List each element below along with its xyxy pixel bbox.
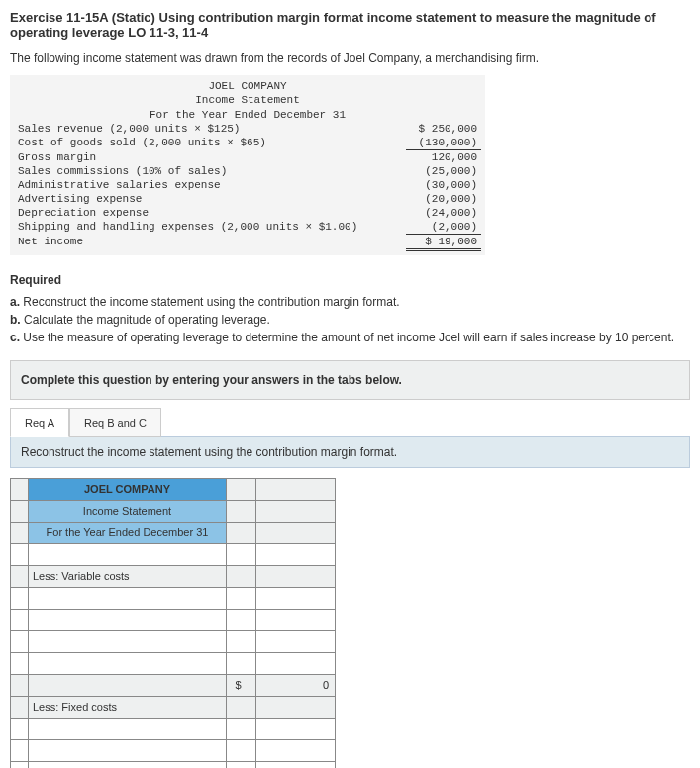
input-cell[interactable] [227,609,256,630]
ans-name: Income Statement [29,500,227,522]
row-label: Gross margin [14,149,406,164]
input-cell[interactable] [29,587,227,609]
less-fixed-label: Less: Fixed costs [29,696,227,718]
required-list: a. Reconstruct the income statement usin… [10,293,690,346]
input-cell[interactable] [29,761,227,768]
input-cell[interactable] [256,609,336,630]
input-cell[interactable] [227,652,256,674]
income-statement-table: Sales revenue (2,000 units × $125)$ 250,… [14,122,481,251]
required-heading: Required [10,273,690,287]
dropdown-cell[interactable] [11,739,29,761]
input-cell[interactable] [227,761,256,768]
row-val: (20,000) [406,192,481,206]
input-cell[interactable] [29,652,227,674]
row-label: Sales revenue (2,000 units × $125) [14,122,406,136]
tab-description: Reconstruct the income statement using t… [10,436,690,468]
row-val: 120,000 [406,149,481,164]
input-cell[interactable] [29,718,227,739]
tab-req-bc[interactable]: Req B and C [69,408,161,437]
input-cell[interactable] [256,739,336,761]
input-cell[interactable] [29,630,227,652]
answer-table: JOEL COMPANY Income Statement For the Ye… [10,478,336,768]
input-cell[interactable] [29,543,227,565]
input-cell[interactable] [227,587,256,609]
dropdown-cell[interactable] [11,630,29,652]
input-cell[interactable] [256,587,336,609]
dropdown-cell[interactable] [11,652,29,674]
income-statement-block: JOEL COMPANY Income Statement For the Ye… [10,75,485,255]
row-label: Advertising expense [14,192,406,206]
row-val: (30,000) [406,178,481,192]
req-a: Reconstruct the income statement using t… [23,295,399,309]
input-cell[interactable] [29,609,227,630]
dropdown-cell[interactable] [11,609,29,630]
instruction-box: Complete this question by entering your … [10,360,690,400]
dropdown-cell[interactable] [11,543,29,565]
dropdown-cell[interactable] [11,761,29,768]
input-cell[interactable] [256,718,336,739]
req-c: Use the measure of operating leverage to… [23,331,674,344]
dropdown-cell[interactable] [11,587,29,609]
row-label: Depreciation expense [14,206,406,220]
row-val: $ 19,000 [406,234,481,249]
req-b: Calculate the magnitude of operating lev… [24,313,270,327]
input-cell[interactable] [29,739,227,761]
row-val: (24,000) [406,206,481,220]
dropdown-cell[interactable] [11,718,29,739]
row-label: Sales commissions (10% of sales) [14,164,406,178]
row-val: (130,000) [406,136,481,150]
exercise-title: Exercise 11-15A (Static) Using contribut… [10,10,690,40]
input-cell[interactable] [227,739,256,761]
tab-bar: Req A Req B and C [10,408,690,437]
input-cell[interactable] [256,761,336,768]
row-val: $ 250,000 [406,122,481,136]
row-label: Shipping and handling expenses (2,000 un… [14,220,406,235]
input-cell[interactable] [256,543,336,565]
ans-company: JOEL COMPANY [29,478,227,500]
input-cell[interactable] [227,718,256,739]
input-cell[interactable] [256,652,336,674]
stmt-period: For the Year Ended December 31 [14,108,481,122]
ans-period: For the Year Ended December 31 [29,522,227,543]
tab-req-a[interactable]: Req A [10,408,69,437]
subtotal-label[interactable] [29,674,227,696]
intro-text: The following income statement was drawn… [10,51,690,65]
input-cell[interactable] [256,630,336,652]
input-cell[interactable] [227,630,256,652]
stmt-company: JOEL COMPANY [14,79,481,93]
input-cell[interactable] [227,543,256,565]
row-val: (2,000) [406,220,481,235]
stmt-name: Income Statement [14,93,481,107]
currency-symbol: $ [227,674,256,696]
row-val: (25,000) [406,164,481,178]
row-label: Cost of goods sold (2,000 units × $65) [14,136,406,150]
less-variable-label: Less: Variable costs [29,565,227,587]
subtotal-value: 0 [256,674,336,696]
row-label: Net income [14,234,406,249]
row-label: Administrative salaries expense [14,178,406,192]
